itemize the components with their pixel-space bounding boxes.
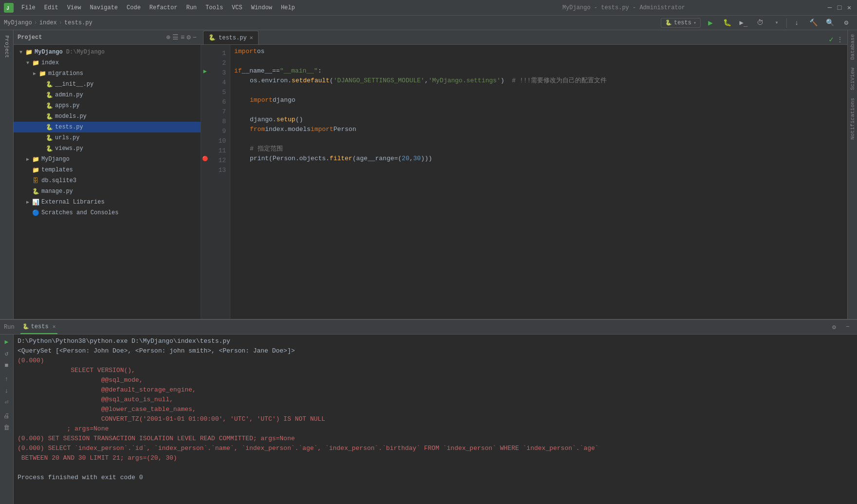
maximize-button[interactable]: □ [836, 4, 843, 12]
terminal-close-icon[interactable]: − [842, 322, 853, 333]
right-tab-sciview[interactable]: SciView [848, 64, 857, 94]
code-content[interactable]: import os if __name__ == "__main__": os.… [230, 45, 847, 319]
close-button[interactable]: ✕ [845, 4, 853, 12]
terminal-rerun-icon[interactable]: ↺ [1, 348, 12, 359]
bottom-tab-actions: ⚙ − [829, 322, 853, 333]
menu-window[interactable]: Window [247, 3, 276, 12]
tree-db-sqlite[interactable]: ▶ 🗄 db.sqlite3 [14, 175, 201, 186]
tree-index-folder[interactable]: ▼ 📁 index [14, 57, 201, 68]
titlebar: J File Edit View Navigate Code Refactor … [0, 0, 857, 16]
vcs-update-button[interactable]: ↓ [790, 16, 803, 30]
menu-code[interactable]: Code [123, 3, 145, 12]
build-button[interactable]: 🔨 [806, 16, 820, 30]
tree-external-libs[interactable]: ▶ 📊 External Libraries [14, 197, 201, 207]
menu-file[interactable]: File [18, 3, 39, 12]
tree-admin-py[interactable]: ▶ 🐍 admin.py [14, 90, 201, 100]
menu-tools[interactable]: Tools [202, 3, 227, 12]
views-py-icon: 🐍 [45, 145, 54, 152]
code-editor[interactable]: ▶ 🔴 [201, 45, 847, 319]
urls-py-icon: 🐍 [45, 134, 54, 142]
terminal-wrap-icon[interactable]: ⏎ [1, 397, 12, 408]
breakpoint-line12[interactable]: 🔴 [202, 156, 208, 162]
menu-refactor[interactable]: Refactor [146, 3, 182, 12]
tree-tests-py[interactable]: ▶ 🐍 tests.py [14, 122, 201, 132]
terminal-settings-icon[interactable]: ⚙ [829, 322, 839, 333]
code-line-4: os.environ.setdefault('DJANGO_SETTINGS_M… [234, 76, 843, 86]
bottom-tab-py-icon: 🐍 [22, 323, 29, 330]
debug-button[interactable]: 🐛 [720, 16, 734, 30]
ext-libs-icon: 📊 [31, 199, 40, 206]
terminal-clear-icon[interactable]: 🗑 [1, 422, 12, 433]
settings-button[interactable]: ⚙ [839, 16, 853, 30]
bottom-tab-tests-label: tests [31, 323, 49, 330]
code-line-3: if __name__ == "__main__": [234, 66, 843, 76]
terminal-line-11: (0.000) SET SESSION TRANSACTION ISOLATIO… [18, 434, 853, 444]
tree-init-py[interactable]: ▶ 🐍 __init__.py [14, 79, 201, 90]
tree-collapse-icon[interactable]: ☰ [172, 33, 179, 41]
terminal-scroll-up-icon[interactable]: ↑ [1, 373, 12, 384]
admin-py-icon: 🐍 [45, 92, 54, 99]
tree-templates[interactable]: ▶ 📁 templates [14, 165, 201, 175]
tree-root[interactable]: ▼ 📁 MyDjango D:\MyDjango [14, 47, 201, 57]
tree-models-py[interactable]: ▶ 🐍 models.py [14, 111, 201, 122]
menu-edit[interactable]: Edit [40, 3, 62, 12]
sqlite-name: db.sqlite3 [41, 177, 76, 184]
tab-close-icon[interactable]: ✕ [250, 34, 253, 41]
bottom-tab-tests[interactable]: 🐍 tests ✕ [20, 320, 58, 334]
tree-manage-py[interactable]: ▶ 🐍 manage.py [14, 186, 201, 197]
right-tab-database[interactable]: Database [848, 30, 857, 64]
run-arrow-line3[interactable]: ▶ [203, 68, 206, 75]
tree-migrations[interactable]: ▶ 📁 migrations [14, 68, 201, 79]
index-folder-name: index [41, 59, 59, 66]
tab-tests-py[interactable]: 🐍 tests.py ✕ [203, 31, 259, 44]
terminal-stop-icon[interactable]: ■ [1, 360, 12, 371]
terminal-content: D:\Python\Python38\python.exe D:\MyDjang… [14, 335, 857, 504]
coverage-button[interactable]: ▶̲ [737, 16, 750, 30]
tree-hide-icon[interactable]: − [193, 34, 197, 41]
templates-icon: 📁 [31, 167, 40, 174]
terminal-line-12: (0.000) SELECT `index_person`.`id`, `ind… [18, 444, 853, 453]
bottom-tab-close[interactable]: ✕ [53, 323, 56, 330]
project-tool-icon[interactable]: Project [1, 32, 12, 61]
terminal-scroll-down-icon[interactable]: ↓ [1, 385, 12, 396]
index-folder-icon: 📁 [31, 59, 40, 67]
tree-views-py[interactable]: ▶ 🐍 views.py [14, 143, 201, 154]
tree-filter-icon[interactable]: ≡ [181, 34, 185, 41]
ext-libs-name: External Libraries [41, 199, 105, 205]
tree-mydjango-sub[interactable]: ▶ 📁 MyDjango [14, 154, 201, 165]
run-config-dropdown[interactable]: 🐍 tests ▾ [661, 18, 701, 28]
run-label: Run [4, 324, 15, 331]
right-tab-notifications[interactable]: Notifications [848, 94, 857, 144]
menu-run[interactable]: Run [182, 3, 201, 12]
file-tree-header: Project ⊕ ☰ ≡ ⚙ − [14, 30, 201, 45]
run-button[interactable]: ▶ [704, 16, 717, 30]
menu-vcs[interactable]: VCS [228, 3, 246, 12]
menu-help[interactable]: Help [277, 3, 299, 12]
tests-py-name: tests.py [55, 124, 83, 131]
tree-scratches[interactable]: ▶ 🔵 Scratches and Consoles [14, 207, 201, 218]
more-run-button[interactable]: ▾ [770, 16, 783, 30]
editor-area: 🐍 tests.py ✕ ✓ ⋮ [201, 30, 847, 319]
tree-urls-py[interactable]: ▶ 🐍 urls.py [14, 132, 201, 143]
tree-apps-py[interactable]: ▶ 🐍 apps.py [14, 100, 201, 111]
search-everywhere-button[interactable]: 🔍 [823, 16, 837, 30]
terminal-line-14 [18, 463, 853, 473]
terminal-line-7: @@sql_auto_is_null, [18, 395, 853, 405]
tree-gear-icon[interactable]: ⚙ [186, 33, 190, 41]
sqlite-icon: 🗄 [31, 177, 40, 185]
profile-button[interactable]: ⏱ [753, 16, 767, 30]
breadcrumb-index[interactable]: index [39, 19, 57, 26]
terminal-line-2: <QuerySet [<Person: John Doe>, <Person: … [18, 346, 853, 356]
root-arrow: ▼ [18, 50, 24, 55]
breadcrumb-mydjango[interactable]: MyDjango [4, 19, 32, 26]
tree-locate-icon[interactable]: ⊕ [166, 33, 170, 41]
line-numbers: 1 2 3 4 5 6 7 8 9 10 11 [209, 45, 230, 319]
menu-navigate[interactable]: Navigate [86, 3, 122, 12]
editor-menu-icon[interactable]: ⋮ [837, 36, 843, 44]
terminal-print-icon[interactable]: 🖨 [1, 411, 12, 421]
menu-view[interactable]: View [63, 3, 85, 12]
breadcrumb-tests[interactable]: tests.py [64, 19, 93, 26]
terminal-run-icon[interactable]: ▶ [1, 336, 12, 347]
scratches-icon: 🔵 [31, 209, 40, 217]
minimize-button[interactable]: ─ [826, 4, 834, 12]
